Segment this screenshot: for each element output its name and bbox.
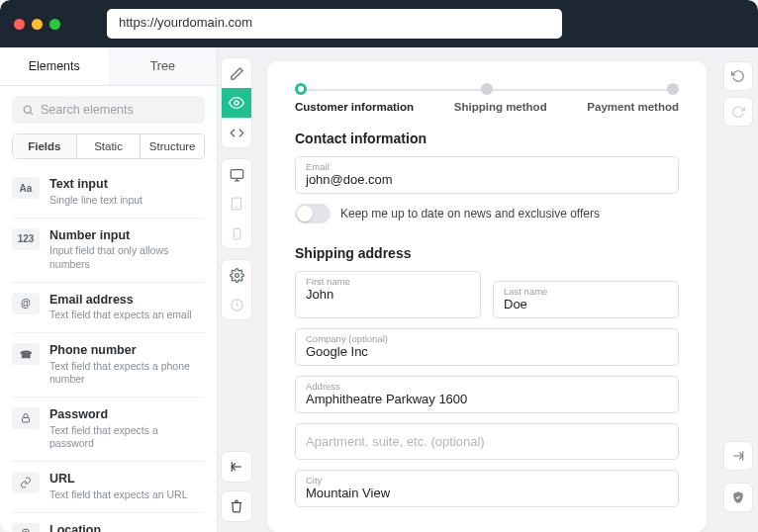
element-number-input[interactable]: 123 Number inputInput field that only al… [12, 219, 205, 283]
email-icon: @ [12, 293, 40, 314]
element-url[interactable]: URLText field that expects an URL [12, 462, 205, 513]
url-input[interactable]: https://yourdomain.com [107, 9, 562, 39]
element-email[interactable]: @ Email addressText field that expects a… [12, 283, 205, 334]
checkout-form: Customer information Shipping method Pay… [267, 61, 707, 532]
element-phone[interactable]: ☎ Phone numberText field that expects a … [12, 333, 205, 398]
svg-point-15 [235, 273, 238, 277]
edit-tool-icon[interactable] [222, 58, 251, 88]
segment-structure[interactable]: Structure [141, 134, 204, 158]
undo-icon[interactable] [723, 61, 753, 91]
checkout-stepper: Customer information Shipping method Pay… [295, 83, 679, 113]
element-desc: Text field that expects an URL [49, 488, 188, 501]
svg-point-0 [24, 106, 31, 113]
element-title: Text input [49, 177, 142, 193]
company-label: Company (optional) [306, 333, 668, 344]
city-field[interactable]: City Mountain View [295, 470, 679, 507]
first-name-label: First name [306, 276, 470, 287]
apartment-field[interactable]: Apartment, suite, etc. (optional) [295, 423, 679, 460]
last-name-field[interactable]: Last name Doe [493, 281, 679, 318]
element-desc: Text field that expects a phone number [49, 360, 205, 386]
news-toggle[interactable] [295, 204, 331, 223]
svg-rect-8 [231, 169, 243, 178]
element-list: Aa Text inputSingle line text input 123 … [0, 167, 217, 532]
sidebar-panel: Elements Tree Search elements Fields Sta… [0, 47, 218, 532]
search-icon [22, 104, 35, 117]
address-value: Amphitheatre Parkway 1600 [306, 392, 668, 406]
number-icon: 123 [12, 228, 40, 250]
shipping-heading: Shipping address [295, 245, 679, 261]
element-desc: Single line text input [49, 194, 142, 207]
link-icon [12, 472, 40, 493]
news-toggle-label: Keep me up to date on news and exclusive… [340, 207, 600, 221]
first-name-value: John [306, 287, 470, 302]
city-value: Mountain View [306, 486, 668, 500]
pin-icon [12, 523, 40, 532]
search-placeholder: Search elements [41, 103, 134, 117]
element-location[interactable]: LocationGoogle places location input [12, 513, 205, 532]
element-title: Phone number [49, 343, 205, 359]
address-label: Address [306, 381, 668, 392]
segment-static[interactable]: Static [77, 134, 142, 158]
last-name-value: Doe [504, 297, 668, 311]
element-title: Email address [49, 293, 192, 309]
svg-line-1 [30, 112, 32, 114]
lock-icon [12, 407, 40, 429]
email-value: john@doe.com [306, 172, 668, 187]
window-minimize-icon[interactable] [32, 19, 43, 30]
phone-icon: ☎ [12, 343, 40, 365]
step-dot-3[interactable] [667, 83, 679, 95]
element-desc: Input field that only allows numbers [49, 244, 205, 270]
city-label: City [306, 475, 668, 486]
tab-elements[interactable]: Elements [0, 47, 109, 85]
address-field[interactable]: Address Amphitheatre Parkway 1600 [295, 376, 679, 413]
apartment-placeholder: Apartment, suite, etc. (optional) [306, 434, 668, 449]
preview-stage: Customer information Shipping method Pay… [255, 47, 718, 532]
step-label-1: Customer information [295, 101, 414, 113]
window-zoom-icon[interactable] [49, 19, 60, 30]
element-title: Location [49, 523, 180, 532]
tool-rail [218, 47, 255, 532]
history-tool-icon[interactable] [222, 290, 251, 319]
browser-titlebar: https://yourdomain.com [0, 0, 758, 47]
tab-tree[interactable]: Tree [109, 47, 218, 85]
step-label-3: Payment method [587, 101, 679, 113]
settings-tool-icon[interactable] [222, 260, 251, 290]
element-title: URL [49, 472, 188, 488]
step-dot-2[interactable] [481, 83, 493, 95]
svg-rect-13 [234, 228, 240, 239]
company-value: Google Inc [306, 344, 668, 359]
collapse-sidebar-icon[interactable] [221, 451, 252, 483]
delete-icon[interactable] [221, 490, 252, 522]
redo-icon[interactable] [723, 97, 753, 127]
company-field[interactable]: Company (optional) Google Inc [295, 328, 679, 366]
preview-tool-icon[interactable] [222, 88, 251, 118]
expand-panel-icon[interactable] [723, 441, 753, 471]
element-title: Password [49, 407, 205, 423]
svg-rect-2 [23, 418, 30, 423]
element-password[interactable]: PasswordText field that expects a passwo… [12, 398, 205, 462]
email-label: Email [306, 161, 668, 172]
verify-icon[interactable] [723, 483, 753, 512]
right-rail [718, 47, 758, 532]
element-desc: Text field that expects an email [49, 309, 192, 321]
mobile-view-icon[interactable] [222, 219, 251, 248]
last-name-label: Last name [504, 286, 668, 297]
step-dot-1[interactable] [295, 83, 307, 95]
desktop-view-icon[interactable] [222, 159, 251, 189]
segment-fields[interactable]: Fields [13, 134, 77, 158]
tablet-view-icon[interactable] [222, 189, 251, 219]
first-name-field[interactable]: First name John [295, 271, 481, 318]
search-input[interactable]: Search elements [12, 96, 205, 124]
text-icon: Aa [12, 177, 40, 199]
svg-point-7 [235, 101, 238, 105]
element-text-input[interactable]: Aa Text inputSingle line text input [12, 167, 205, 219]
window-close-icon[interactable] [14, 19, 25, 30]
code-tool-icon[interactable] [222, 118, 251, 147]
email-field[interactable]: Email john@doe.com [295, 156, 679, 194]
step-label-2: Shipping method [454, 101, 547, 113]
element-title: Number input [49, 228, 205, 244]
contact-heading: Contact information [295, 131, 679, 146]
element-desc: Text field that expects a password [49, 424, 205, 450]
